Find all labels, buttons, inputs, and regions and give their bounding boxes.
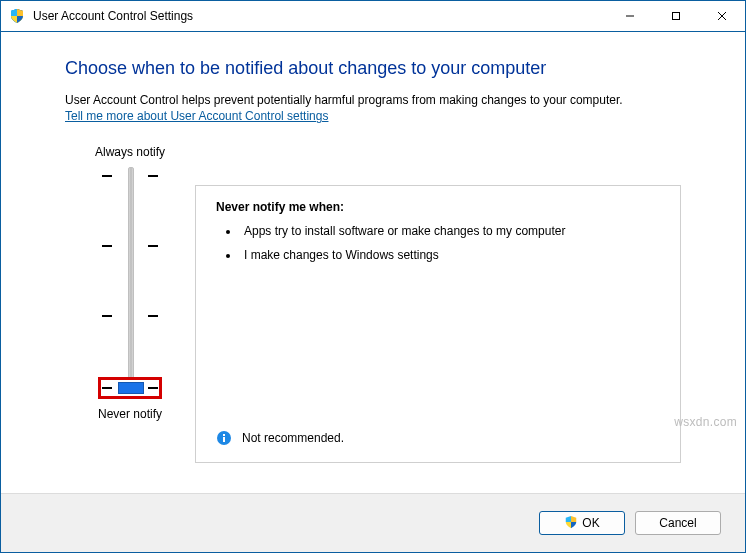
svg-rect-6 (223, 434, 225, 436)
bullet-item: Apps try to install software or make cha… (240, 224, 660, 238)
ok-button[interactable]: OK (539, 511, 625, 535)
watermark: wsxdn.com (674, 415, 737, 429)
window-title: User Account Control Settings (33, 9, 193, 23)
page-title: Choose when to be notified about changes… (65, 58, 681, 79)
uac-shield-icon (564, 515, 578, 532)
svg-rect-1 (673, 13, 680, 20)
slider-thumb[interactable] (118, 382, 144, 394)
learn-more-link[interactable]: Tell me more about User Account Control … (65, 109, 328, 123)
uac-shield-icon (9, 8, 25, 24)
slider-label-top: Always notify (65, 145, 195, 159)
slider-column: Always notify Never notify (65, 145, 195, 463)
uac-settings-window: User Account Control Settings Choose whe… (0, 0, 746, 553)
titlebar: User Account Control Settings (1, 1, 745, 32)
cancel-button-label: Cancel (659, 516, 696, 530)
svg-rect-5 (223, 437, 225, 442)
maximize-button[interactable] (653, 1, 699, 31)
notification-level-slider[interactable] (102, 167, 158, 397)
slider-label-bottom: Never notify (65, 407, 195, 421)
recommendation-row: Not recommended. (216, 430, 660, 446)
bullet-item: I make changes to Windows settings (240, 248, 660, 262)
cancel-button[interactable]: Cancel (635, 511, 721, 535)
description-panel: Never notify me when: Apps try to instal… (195, 185, 681, 463)
dialog-footer: OK Cancel (1, 493, 745, 552)
panel-title: Never notify me when: (216, 200, 660, 214)
close-button[interactable] (699, 1, 745, 31)
content-area: Choose when to be notified about changes… (1, 32, 745, 493)
minimize-button[interactable] (607, 1, 653, 31)
recommendation-text: Not recommended. (242, 431, 344, 445)
intro-text: User Account Control helps prevent poten… (65, 93, 681, 107)
info-icon (216, 430, 232, 446)
ok-button-label: OK (582, 516, 599, 530)
